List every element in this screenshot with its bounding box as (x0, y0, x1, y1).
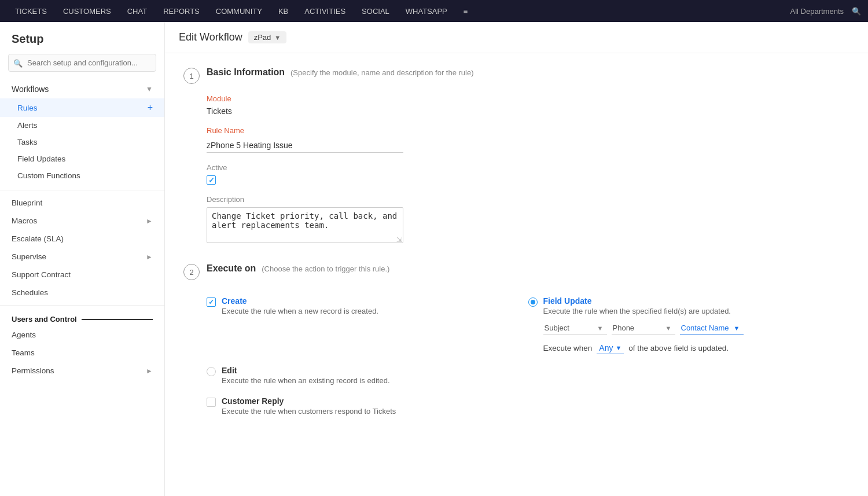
sidebar-item-tasks[interactable]: Tasks (0, 134, 164, 150)
nav-search-icon[interactable]: 🔍 (852, 7, 861, 16)
field-update-radio[interactable] (528, 297, 538, 307)
sidebar-search-icon: 🔍 (13, 58, 23, 67)
sidebar-item-agents[interactable]: Agents (0, 326, 164, 344)
main-content: Edit Workflow zPad ▼ 1 Basic Information… (165, 22, 868, 496)
nav-community[interactable]: COMMUNITY (208, 0, 270, 22)
permissions-label: Permissions (12, 366, 54, 375)
execute-when-row: Execute when Any ▼ of the above field is… (543, 342, 744, 354)
workflow-badge[interactable]: zPad ▼ (248, 31, 287, 43)
customer-reply-desc: Execute the rule when customers respond … (222, 407, 396, 416)
field-updates-label: Field Updates (17, 155, 65, 163)
create-desc: Execute the rule when a new record is cr… (222, 307, 378, 315)
phone-chevron-icon: ▼ (665, 325, 672, 332)
option-field-update: Field Update Execute the rule when the s… (528, 291, 850, 360)
nav-customers[interactable]: CUSTOMERS (55, 0, 119, 22)
sidebar-item-escalate[interactable]: Escalate (SLA) (0, 230, 164, 248)
option-customer-reply: Customer Reply Execute the rule when cus… (207, 391, 528, 421)
macros-arrow-icon: ► (146, 217, 153, 225)
nav-activities[interactable]: ACTIVITIES (296, 0, 354, 22)
create-option-text: Create Execute the rule when a new recor… (222, 296, 378, 315)
section1-subtitle: (Specify the module, name and descriptio… (290, 68, 474, 77)
workflows-group-header[interactable]: Workflows ▼ (0, 80, 164, 98)
tasks-label: Tasks (17, 138, 38, 146)
sidebar-item-support-contract[interactable]: Support Contract (0, 266, 164, 284)
execute-options-grid: ✓ Create Execute the rule when a new rec… (207, 291, 849, 421)
workflows-arrow-icon: ▼ (146, 85, 153, 93)
customer-reply-checkbox[interactable] (207, 398, 216, 407)
top-nav-right: All Departments 🔍 (790, 7, 861, 16)
description-label: Description (207, 195, 849, 204)
sidebar-item-custom-functions[interactable]: Custom Functions (0, 167, 164, 184)
content-area: 1 Basic Information (Specify the module,… (165, 53, 868, 454)
sidebar-item-teams[interactable]: Teams (0, 344, 164, 362)
all-departments-label[interactable]: All Departments (790, 7, 844, 16)
rule-name-field: Rule Name (207, 126, 849, 153)
nav-reports[interactable]: REPORTS (155, 0, 208, 22)
nav-social[interactable]: SOCIAL (354, 0, 398, 22)
checkmark-icon: ✓ (208, 176, 215, 185)
nav-tickets[interactable]: TICKETS (7, 0, 55, 22)
section2-title-group: Execute on (Choose the action to trigger… (207, 263, 389, 274)
customer-reply-title: Customer Reply (222, 396, 396, 406)
sidebar-item-permissions[interactable]: Permissions ► (0, 362, 164, 380)
execute-when-suffix: of the above field is updated. (628, 344, 729, 352)
nav-more[interactable]: ≡ (455, 0, 476, 22)
edit-radio[interactable] (207, 367, 216, 376)
contact-name-dropdown[interactable]: Contact Name ▼ (680, 321, 744, 335)
sidebar-item-supervise[interactable]: Supervise ► (0, 248, 164, 266)
phone-dropdown[interactable]: Phone ▼ (612, 321, 675, 335)
edit-desc: Execute the rule when an existing record… (222, 376, 390, 385)
section-execute-on: 2 Execute on (Choose the action to trigg… (183, 263, 849, 421)
active-checkbox[interactable]: ✓ (207, 175, 216, 185)
add-rule-icon[interactable]: + (148, 102, 153, 113)
section1-title-group: Basic Information (Specify the module, n… (207, 67, 474, 78)
nav-kb[interactable]: KB (270, 0, 296, 22)
field-update-title: Field Update (543, 296, 744, 306)
section2-title: Execute on (207, 263, 256, 273)
sidebar-item-macros[interactable]: Macros ► (0, 212, 164, 230)
workflows-section: Workflows ▼ Rules + Alerts Tasks Field U… (0, 78, 164, 186)
edit-option-text: Edit Execute the rule when an existing r… (222, 366, 390, 385)
contact-name-chevron-icon: ▼ (734, 325, 740, 332)
sidebar: Setup 🔍 Workflows ▼ Rules + Alerts Tasks… (0, 22, 165, 496)
customer-reply-option-text: Customer Reply Execute the rule when cus… (222, 396, 396, 416)
alerts-label: Alerts (17, 121, 38, 130)
sidebar-item-schedules[interactable]: Schedules (0, 284, 164, 302)
field-update-dropdowns: Subject ▼ Phone ▼ Contact Name (543, 321, 744, 335)
module-value: Tickets (207, 106, 849, 116)
section1-header: 1 Basic Information (Specify the module,… (183, 67, 849, 84)
workflow-badge-label: zPad (254, 33, 271, 42)
sidebar-search-input[interactable] (8, 54, 156, 72)
workflows-label: Workflows (12, 84, 49, 94)
subject-chevron-icon: ▼ (597, 325, 604, 332)
section1-number: 1 (183, 68, 200, 84)
phone-dropdown-text: Phone (613, 324, 663, 332)
option-edit: Edit Execute the rule when an existing r… (207, 360, 528, 391)
active-label: Active (207, 163, 849, 172)
field-update-desc: Execute the rule when the specified fiel… (543, 307, 744, 315)
create-checkbox[interactable]: ✓ (207, 297, 216, 307)
section-basic-info: 1 Basic Information (Specify the module,… (183, 67, 849, 245)
sidebar-item-field-updates[interactable]: Field Updates (0, 150, 164, 167)
edit-title: Edit (222, 366, 390, 375)
nav-chat[interactable]: CHAT (119, 0, 155, 22)
sidebar-item-rules[interactable]: Rules + (0, 98, 164, 117)
sidebar-item-alerts[interactable]: Alerts (0, 117, 164, 134)
any-dropdown[interactable]: Any ▼ (597, 342, 624, 354)
description-textarea[interactable]: Change Ticket priority, call back, and a… (207, 207, 403, 243)
contact-name-dropdown-text: Contact Name (681, 324, 731, 332)
sidebar-title: Setup (0, 22, 164, 54)
rule-name-input[interactable] (207, 138, 403, 153)
active-checkbox-row: ✓ (207, 175, 849, 185)
custom-functions-label: Custom Functions (17, 171, 80, 180)
description-field: Description Change Ticket priority, call… (207, 195, 849, 245)
rules-label: Rules (17, 104, 38, 112)
active-field: Active ✓ (207, 163, 849, 185)
page-header: Edit Workflow zPad ▼ (165, 22, 868, 53)
section1-title: Basic Information (207, 67, 285, 77)
rule-name-label: Rule Name (207, 126, 849, 135)
subject-dropdown[interactable]: Subject ▼ (543, 321, 607, 335)
section2-number: 2 (183, 264, 200, 280)
sidebar-item-blueprint[interactable]: Blueprint (0, 194, 164, 212)
nav-whatsapp[interactable]: WHATSAPP (398, 0, 455, 22)
